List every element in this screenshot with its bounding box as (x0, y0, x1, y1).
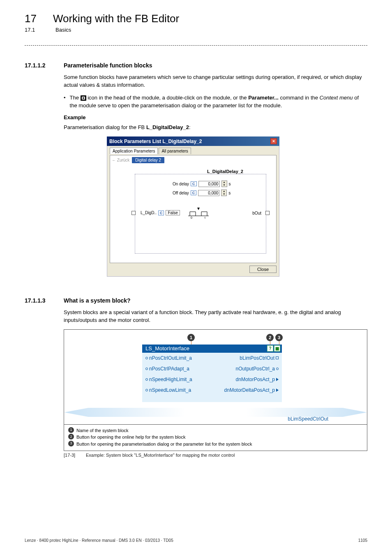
callout-3: 3 (275, 334, 283, 341)
svg-marker-1 (197, 208, 200, 210)
footer-left: Lenze · 8400 protec HighLine · Reference… (25, 538, 173, 543)
close-icon[interactable]: × (270, 138, 277, 144)
output-port-icon (276, 368, 279, 370)
section-title: Basics (55, 27, 71, 33)
output-port-icon (276, 378, 279, 381)
off-delay-input[interactable]: 0,000 (198, 190, 219, 196)
close-button[interactable]: Close (249, 266, 277, 273)
paragraph: Some function blocks have parameters whi… (64, 74, 367, 89)
pulse-diagram: 0 t (188, 208, 209, 219)
system-block-title: LS_MotorInterface (145, 345, 189, 352)
parameter-icon (81, 95, 86, 101)
c-chip[interactable]: C (191, 190, 197, 195)
block-name-label: L_DigitalDelay_2 (207, 169, 243, 174)
callout-2: 2 (266, 334, 274, 341)
c-chip[interactable]: C (191, 181, 197, 186)
c-chip[interactable]: C (158, 210, 164, 215)
input-value[interactable]: False (166, 210, 180, 215)
bullet-item: • The icon in the head of the module, a … (64, 94, 367, 110)
example-heading: Example (64, 114, 367, 120)
output-port-icon (276, 388, 279, 392)
output-port-icon (276, 356, 279, 359)
parameter-icon[interactable]: ▦ (274, 345, 280, 352)
input-port-icon (145, 357, 148, 359)
divider (25, 45, 367, 46)
section-number: 17.1 (25, 27, 37, 33)
subsection-title: Parameterisable function blocks (64, 62, 152, 69)
system-block-body: nPosCtrlOutLimit_a bLimPosCtrlOut nPosCt… (142, 353, 282, 402)
paragraph: Parameterisation dialog for the FB L_Dig… (64, 124, 367, 132)
dialog-screenshot: Block Parameters List L_DigitalDelay_2 ×… (107, 136, 279, 277)
port-row: nSpeedLowLimit_a dnMotorDeltaPosAct_p (145, 387, 279, 393)
subsection-number: 17.1.1.2 (25, 62, 51, 69)
output-port[interactable] (265, 211, 270, 215)
on-delay-label: On delay (173, 182, 189, 186)
input-port-icon (145, 378, 148, 381)
callout-1: 1 (187, 334, 195, 341)
help-icon[interactable]: ? (267, 345, 273, 352)
unit-label: s (228, 191, 231, 195)
truncated-label: bLimSpeedCtrlOut (288, 416, 328, 422)
port-row: nPosCtrlPAdapt_a nOutputPosCtrl_a (145, 366, 279, 372)
input-port-icon (145, 368, 148, 370)
unit-label: s (229, 182, 231, 186)
chapter-number: 17 (25, 12, 37, 25)
figure-legend: 1Name of the system block 2Button for op… (64, 424, 367, 451)
page-number: 1105 (358, 538, 367, 543)
figure: 1 2 3 LS_MotorInterface ? ▦ nPosCtrlOutL… (64, 329, 367, 451)
off-delay-spinner[interactable]: ▲▼ (221, 190, 227, 196)
svg-text:t: t (205, 216, 205, 219)
system-block-header: LS_MotorInterface ? ▦ (142, 345, 282, 353)
input-port[interactable] (131, 211, 136, 215)
subsection-number: 17.1.1.3 (25, 297, 51, 304)
gradient-bar (64, 408, 367, 417)
input-port-icon (145, 389, 148, 391)
dialog-titlebar: Block Parameters List L_DigitalDelay_2 × (107, 136, 279, 146)
paragraph: System blocks are a special variant of a… (64, 309, 367, 324)
svg-text:0: 0 (191, 216, 192, 219)
tab-application-parameters[interactable]: Application Parameters (110, 148, 158, 154)
port-row: nPosCtrlOutLimit_a bLimPosCtrlOut (145, 355, 279, 361)
input-name-label: L_DigD.. (141, 210, 157, 215)
back-button[interactable]: ← Zurück (112, 158, 129, 162)
on-delay-input[interactable]: 0,000 (198, 181, 220, 187)
on-delay-spinner[interactable]: ▲▼ (221, 180, 227, 187)
subsection-title: What is a system block? (64, 297, 131, 304)
output-label: bOut (252, 211, 261, 215)
port-row: nSpeedHighLimit_a dnMotorPosAct_p (145, 377, 279, 382)
figure-caption: [17-3] Example: System block "LS_MotorIn… (64, 453, 367, 458)
breadcrumb[interactable]: Digital delay 2 (132, 157, 164, 163)
dialog-title-text: Block Parameters List L_DigitalDelay_2 (109, 139, 202, 144)
tab-all-parameters[interactable]: All parameters (159, 148, 191, 154)
off-delay-label: Off delay (173, 191, 189, 195)
chapter-title: Working with the FB Editor (53, 12, 179, 25)
